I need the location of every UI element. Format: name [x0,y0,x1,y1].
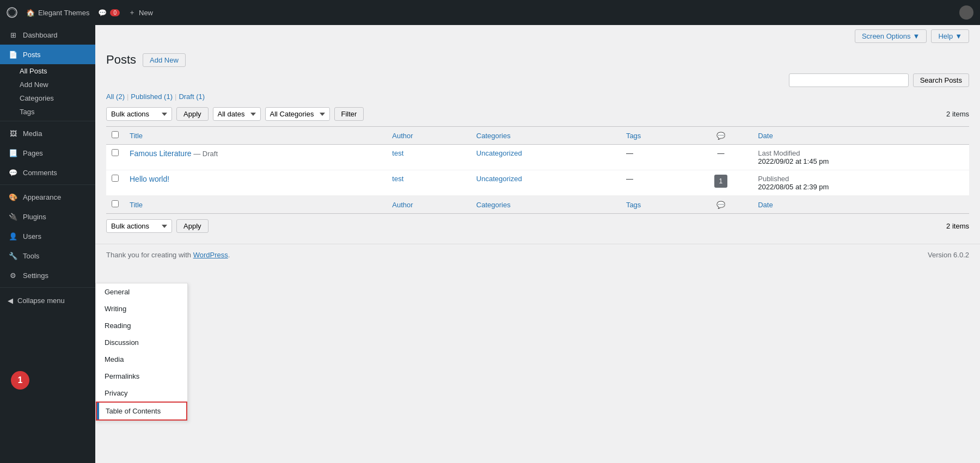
title-header[interactable]: Title [124,127,387,145]
apply-button-top[interactable]: Apply [176,107,209,121]
sidebar-sub-categories[interactable]: Categories [0,91,95,105]
categories-header: Categories [471,127,621,145]
sidebar-item-comments[interactable]: 💬 Comments [0,163,95,182]
site-name-link[interactable]: 🏠 Elegant Themes [26,9,89,17]
users-icon: 👤 [8,231,19,242]
wordpress-link[interactable]: WordPress [193,251,228,259]
category-link[interactable]: Uncategorized [476,175,522,183]
tags-cell: — [621,170,689,196]
main-content: Screen Options ▼ Help ▼ Posts Add New Se… [95,25,980,463]
sidebar: ⊞ Dashboard 📄 Posts All Posts Add New Ca… [0,25,95,463]
new-content-link[interactable]: ＋ New [128,8,153,17]
categories-footer: Categories [471,196,621,214]
footer-text: Thank you for creating with WordPress. [106,251,230,259]
comment-icon-bar: 💬 [98,9,107,17]
tags-header: Tags [621,127,689,145]
search-input[interactable] [789,73,909,87]
apply-button-bottom[interactable]: Apply [176,219,209,233]
dashboard-icon: ⊞ [8,29,19,40]
settings-reading[interactable]: Reading [96,317,187,334]
settings-writing[interactable]: Writing [96,300,187,317]
version-text: Version 6.0.2 [928,251,969,259]
add-new-button[interactable]: Add New [143,53,186,67]
sidebar-sub-tags[interactable]: Tags [0,105,95,119]
sidebar-item-appearance[interactable]: 🎨 Appearance [0,187,95,207]
author-link[interactable]: test [392,149,403,157]
settings-permalinks[interactable]: Permalinks [96,368,187,385]
row-checkbox[interactable] [112,175,119,182]
settings-dropdown: General Writing Reading Discussion Media… [95,283,188,421]
search-posts-button[interactable]: Search Posts [913,73,969,87]
post-title-link[interactable]: Famous Literature [130,149,192,158]
settings-media[interactable]: Media [96,351,187,368]
posts-icon: 📄 [8,49,19,60]
chevron-down-icon-help: ▼ [955,32,962,40]
draft-label: — Draft [193,150,218,158]
main-header: Screen Options ▼ Help ▼ [95,25,980,47]
author-cell: test [387,170,471,196]
wp-logo[interactable] [7,7,17,18]
filter-published-link[interactable]: Published (1) [131,92,173,101]
tags-cell: — [621,145,689,170]
sidebar-item-settings[interactable]: ⚙ Settings [0,266,95,285]
date-filter-select[interactable]: All dates [213,107,261,121]
bottom-controls: Bulk actions Edit Move to Trash Apply 2 … [106,219,969,233]
date-cell: Published 2022/08/05 at 2:39 pm [752,170,969,196]
comments-link[interactable]: 💬 0 [98,9,120,17]
filter-draft-link[interactable]: Draft (1) [179,92,205,101]
comment-count-badge[interactable]: 1 [714,175,727,188]
items-count-top: 2 items [946,110,969,118]
page-title-row: Posts Add New [106,53,969,67]
collapse-menu-button[interactable]: ◀ Collapse menu [0,292,95,309]
row-checkbox-cell [106,170,124,196]
settings-general[interactable]: General [96,283,187,300]
row-checkbox[interactable] [112,149,119,156]
page-footer: Thank you for creating with WordPress. V… [95,244,980,266]
admin-bar: 🏠 Elegant Themes 💬 0 ＋ New [0,0,980,25]
settings-table-of-contents[interactable]: Table of Contents [96,402,187,421]
appearance-icon: 🎨 [8,192,19,202]
sidebar-item-plugins[interactable]: 🔌 Plugins [0,207,95,226]
bulk-actions-select-bottom[interactable]: Bulk actions Edit Move to Trash [106,219,172,233]
categories-cell: Uncategorized [471,145,621,170]
author-link[interactable]: test [392,175,403,183]
settings-icon: ⚙ [8,270,19,281]
step-badge: 1 [11,371,29,390]
table-footer-row: Title Author Categories Tags 💬 Date [106,196,969,214]
date-footer[interactable]: Date [752,196,969,214]
table-row: Hello world! test Uncategorized — 1 [106,170,969,196]
sidebar-sub-all-posts[interactable]: All Posts [0,64,95,78]
comments-cell: — [689,145,753,170]
sidebar-item-dashboard[interactable]: ⊞ Dashboard [0,25,95,45]
select-all-checkbox[interactable] [112,131,119,138]
select-all-header [106,127,124,145]
category-link[interactable]: Uncategorized [476,149,522,157]
select-all-checkbox-bottom[interactable] [112,200,119,207]
media-icon: 🖼 [8,128,19,139]
sidebar-item-pages[interactable]: 📃 Pages [0,143,95,163]
post-title-link[interactable]: Hello world! [130,175,169,183]
plugins-icon: 🔌 [8,211,19,222]
tags-footer: Tags [621,196,689,214]
sidebar-item-media[interactable]: 🖼 Media [0,124,95,143]
settings-discussion[interactable]: Discussion [96,334,187,351]
title-footer[interactable]: Title [124,196,387,214]
filter-button[interactable]: Filter [334,107,364,121]
settings-privacy[interactable]: Privacy [96,385,187,402]
page-title: Posts [106,53,136,67]
sidebar-item-tools[interactable]: 🔧 Tools [0,246,95,266]
pages-icon: 📃 [8,147,19,158]
content-area: Posts Add New Search Posts All (2) | Pub… [95,47,980,244]
category-filter-select[interactable]: All Categories [265,107,330,121]
search-row: Search Posts [106,73,969,87]
date-header[interactable]: Date [752,127,969,145]
sidebar-sub-add-new[interactable]: Add New [0,78,95,91]
screen-options-button[interactable]: Screen Options ▼ [855,29,927,43]
user-menu[interactable] [959,5,973,20]
help-button[interactable]: Help ▼ [931,29,969,43]
sidebar-item-posts[interactable]: 📄 Posts [0,45,95,64]
sidebar-item-users[interactable]: 👤 Users [0,226,95,246]
bulk-actions-select-top[interactable]: Bulk actions Edit Move to Trash [106,107,172,121]
table-controls-top: Bulk actions Edit Move to Trash Apply Al… [106,107,969,121]
filter-all-link[interactable]: All (2) [106,92,125,101]
